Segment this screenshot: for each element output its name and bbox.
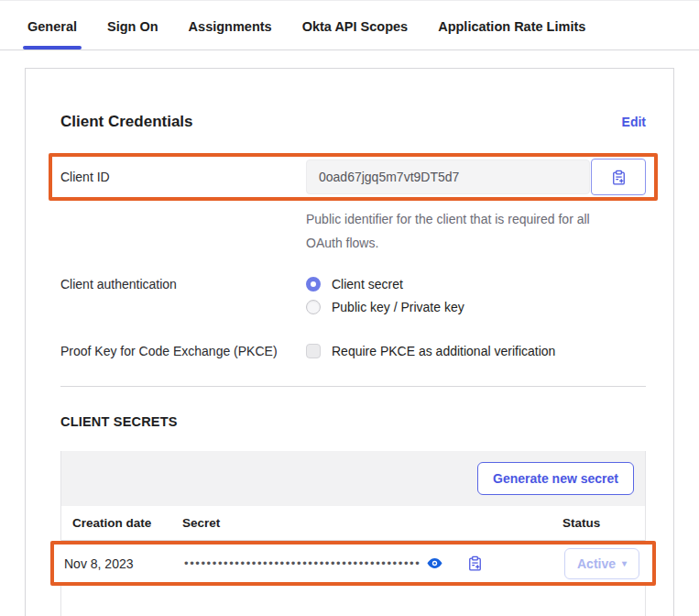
radio-option-label: Client secret	[332, 277, 403, 292]
eye-icon	[426, 555, 443, 572]
client-authentication-row: Client authentication Client secret Publ…	[60, 277, 646, 314]
clipboard-copy-icon	[611, 170, 627, 185]
masked-secret-value: ••••••••••••••••••••••••••••••••••••••••…	[184, 556, 420, 570]
radio-option-client-secret[interactable]: Client secret	[306, 277, 464, 292]
radio-option-public-private-key[interactable]: Public key / Private key	[306, 300, 464, 314]
generate-new-secret-button[interactable]: Generate new secret	[477, 462, 634, 495]
edit-link[interactable]: Edit	[622, 115, 646, 129]
section-divider	[60, 386, 646, 387]
tab-okta-api-scopes[interactable]: Okta API Scopes	[302, 19, 409, 50]
card-header: Client Credentials Edit	[60, 113, 646, 131]
client-authentication-options: Client secret Public key / Private key	[306, 277, 464, 314]
radio-option-label: Public key / Private key	[332, 300, 464, 314]
secret-row-annotation-box: Nov 8, 2023 ••••••••••••••••••••••••••••…	[50, 541, 656, 586]
pkce-option-label: Require PKCE as additional verification	[332, 344, 555, 358]
pkce-label: Proof Key for Code Exchange (PKCE)	[60, 344, 306, 358]
radio-unselected-icon[interactable]	[306, 300, 321, 314]
pkce-row: Proof Key for Code Exchange (PKCE) Requi…	[60, 344, 646, 358]
secret-status-cell: Active ▾	[564, 548, 652, 579]
reveal-secret-button[interactable]	[426, 555, 443, 572]
clipboard-copy-icon	[467, 556, 483, 571]
column-header-status: Status	[562, 516, 645, 530]
tab-assignments[interactable]: Assignments	[189, 19, 272, 50]
client-credentials-card: Client Credentials Edit Client ID 0oad67…	[25, 68, 674, 616]
column-header-creation-date: Creation date	[61, 516, 182, 530]
checkbox-unchecked-icon[interactable]	[306, 344, 321, 358]
copy-secret-button[interactable]	[467, 556, 483, 571]
app-tabbar: General Sign On Assignments Okta API Sco…	[0, 0, 699, 50]
status-dropdown-button[interactable]: Active ▾	[564, 548, 639, 579]
tab-general[interactable]: General	[27, 19, 77, 50]
client-id-field[interactable]: 0oad67jgq5m7vt9DT5d7	[306, 160, 590, 194]
section-title-client-secrets: CLIENT SECRETS	[60, 414, 646, 429]
secret-creation-date: Nov 8, 2023	[64, 556, 184, 571]
client-id-row: Client ID 0oad67jgq5m7vt9DT5d7	[60, 159, 646, 195]
table-empty-space	[61, 586, 645, 616]
client-id-annotation-box: Client ID 0oad67jgq5m7vt9DT5d7	[49, 153, 658, 201]
table-header-row: Creation date Secret Status	[61, 506, 645, 541]
client-id-label: Client ID	[60, 170, 306, 184]
column-header-secret: Secret	[182, 516, 562, 530]
tab-application-rate-limits[interactable]: Application Rate Limits	[438, 19, 585, 50]
section-title-client-credentials: Client Credentials	[60, 113, 193, 131]
client-authentication-label: Client authentication	[60, 277, 306, 314]
client-id-help-text: Public identifier for the client that is…	[306, 207, 617, 255]
status-label: Active	[577, 556, 616, 571]
tab-sign-on[interactable]: Sign On	[107, 19, 158, 50]
client-secrets-table: Generate new secret Creation date Secret…	[60, 451, 646, 616]
pkce-option[interactable]: Require PKCE as additional verification	[306, 344, 555, 358]
table-row: Nov 8, 2023 ••••••••••••••••••••••••••••…	[54, 544, 652, 582]
secret-masked-cell: ••••••••••••••••••••••••••••••••••••••••…	[184, 555, 564, 572]
chevron-down-icon: ▾	[622, 558, 627, 568]
copy-client-id-button[interactable]	[591, 159, 646, 195]
secrets-toolbar: Generate new secret	[61, 451, 645, 506]
radio-selected-icon[interactable]	[306, 277, 321, 292]
